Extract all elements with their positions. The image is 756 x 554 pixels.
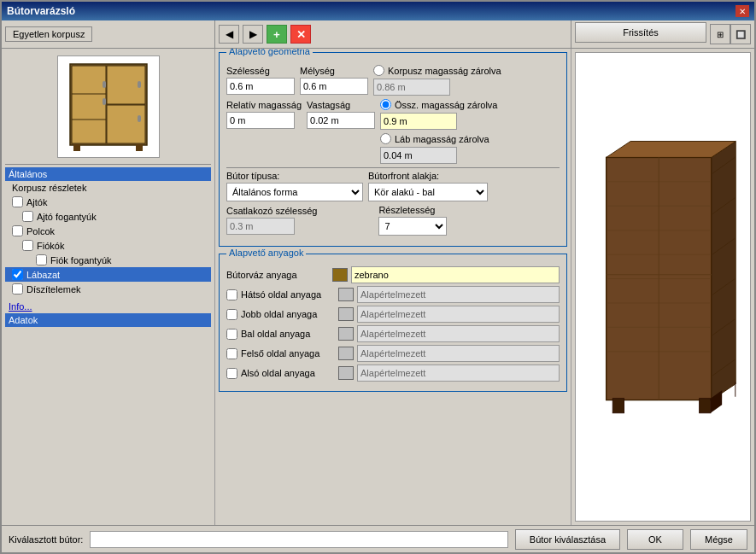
diszitelemek-checkbox[interactable] [12, 283, 23, 294]
geometry-row-5: Csatlakozó szélesség Részletesség 7 [226, 205, 560, 236]
geometry-row-4: Bútor típusa: Általános forma Bútorfront… [226, 171, 560, 201]
hatso-label: Hátsó oldal anyaga [241, 289, 335, 300]
view-icon-button-1[interactable]: ⊞ [710, 24, 730, 44]
fiokok-label: Fiókók [37, 241, 64, 251]
right-panel [571, 49, 754, 525]
svg-rect-7 [103, 81, 106, 88]
csatlakozo-group: Csatlakozó szélesség [226, 206, 317, 235]
adatok-item[interactable]: Adatok [5, 313, 211, 327]
ok-button[interactable]: OK [627, 529, 683, 550]
ossz-mag-input[interactable] [380, 113, 457, 130]
labazat-checkbox[interactable] [12, 269, 23, 280]
cancel-button[interactable]: Mégse [690, 529, 747, 550]
korpusz-mag-radio-item: Korpusz magasság zárolva [373, 65, 501, 76]
geometry-row-2: Relatív magasság Vastagság Össz. magassá… [226, 99, 560, 130]
also-checkbox[interactable] [226, 368, 237, 379]
korpusz-mag-radio[interactable] [373, 65, 384, 76]
hatso-checkbox[interactable] [226, 289, 237, 300]
bal-checkbox[interactable] [226, 329, 237, 340]
selected-furniture-input[interactable] [90, 531, 507, 548]
labazat-item[interactable]: Lábazat [5, 267, 211, 282]
relativ-mag-input[interactable] [226, 112, 295, 129]
fiok-fogantyuk-item[interactable]: Fiók fogantyúk [5, 253, 211, 267]
view-icon-button-2[interactable]: 🔲 [730, 24, 751, 44]
felso-label: Felső oldal anyaga [241, 348, 335, 359]
diszitelemek-item[interactable]: Díszítelemek [5, 282, 211, 296]
svg-rect-1 [72, 66, 106, 143]
select-furniture-button[interactable]: Bútor kiválasztása [515, 529, 620, 550]
close-button[interactable]: ✕ [735, 5, 749, 17]
ajto-fogantyuk-checkbox[interactable] [22, 211, 33, 222]
butor-vaz-label: Bútorváz anyaga [226, 270, 329, 280]
corpus-tab[interactable]: Egyetlen korpusz [5, 26, 92, 42]
jobb-checkbox[interactable] [226, 309, 237, 320]
corpus-tab-area: Egyetlen korpusz [2, 20, 215, 48]
svg-rect-10 [73, 144, 80, 151]
ajto-fogantyuk-label: Ajtó fogantyúk [37, 212, 97, 222]
furniture-preview-image [62, 60, 155, 154]
bal-swatch [338, 327, 354, 341]
felso-checkbox[interactable] [226, 348, 237, 359]
refresh-area: Frissítés ⊞ 🔲 [571, 20, 754, 48]
main-content: Általános Korpusz részletek Ajtók Ajtó f… [2, 49, 754, 525]
nav-back-button[interactable]: ◀ [219, 25, 239, 44]
lab-mag-radio[interactable] [380, 133, 391, 144]
svg-rect-8 [138, 81, 141, 88]
polcok-item[interactable]: Polcok [5, 224, 211, 238]
butor-tipus-label: Bútor típusa: [226, 171, 363, 181]
delete-button[interactable]: ✕ [290, 25, 311, 44]
lab-mag-radio-item: Láb magasság zárolva [380, 133, 489, 144]
center-panel: Alapvető geometria Szélesség Mélység [215, 49, 571, 525]
ossz-mag-radio[interactable] [380, 99, 391, 110]
top-area: Egyetlen korpusz ◀ ▶ + ✕ Frissítés ⊞ 🔲 [2, 20, 754, 49]
reszletesseg-select[interactable]: 7 [378, 217, 447, 236]
ajtok-checkbox[interactable] [12, 196, 23, 207]
butorfront-select[interactable]: Kör alakú - bal [368, 183, 488, 201]
basic-geometry-section: Alapvető geometria Szélesség Mélység [219, 52, 567, 247]
altalanos-section[interactable]: Általános [5, 167, 211, 181]
bottom-bar: Kiválasztott bútor: Bútor kiválasztása O… [2, 525, 754, 552]
fiokok-item[interactable]: Fiókók [5, 238, 211, 253]
svg-marker-13 [712, 141, 735, 399]
info-link[interactable]: Info... [5, 300, 211, 313]
altalanos-label: Általános [9, 169, 47, 179]
hatso-row: Hátsó oldal anyaga [226, 286, 560, 303]
butor-tipus-select[interactable]: Általános forma [226, 183, 363, 201]
basic-geometry-title: Alapvető geometria [226, 49, 313, 56]
ajtok-item[interactable]: Ajtók [5, 195, 211, 209]
melyseg-label: Mélység [300, 66, 368, 76]
add-button[interactable]: + [267, 25, 287, 44]
melyseg-group: Mélység [300, 66, 368, 95]
refresh-button[interactable]: Frissítés [575, 22, 706, 43]
lab-mag-input[interactable] [380, 147, 457, 164]
nav-forward-button[interactable]: ▶ [243, 25, 263, 44]
butor-vaz-input[interactable] [351, 266, 560, 283]
left-panel: Általános Korpusz részletek Ajtók Ajtó f… [2, 49, 215, 525]
basic-materials-section: Alapvető anyagok Bútorváz anyaga Hátsó o… [219, 254, 567, 392]
ossz-radio-group: Össz. magasság zárolva [380, 99, 497, 130]
korpusz-radio-group: Korpusz magasság zárolva [373, 65, 501, 96]
csatlakozo-input[interactable] [226, 218, 295, 235]
korpusz-mag-input[interactable] [373, 79, 450, 96]
furniture-3d-view [575, 52, 751, 522]
csatlakozo-label: Csatlakozó szélesség [226, 206, 317, 216]
fiok-fogantyuk-checkbox[interactable] [36, 254, 47, 265]
korpusz-item[interactable]: Korpusz részletek [5, 181, 211, 195]
vastagság-group: Vastagság [307, 100, 375, 129]
also-swatch [338, 366, 354, 380]
jobb-input [357, 306, 560, 323]
butor-vaz-row: Bútorváz anyaga [226, 266, 560, 283]
also-input [357, 364, 560, 382]
fiokok-checkbox[interactable] [22, 240, 33, 251]
melyseg-input[interactable] [300, 78, 368, 95]
polcok-checkbox[interactable] [12, 225, 23, 236]
butorfront-label: Bútorfront alakja: [368, 171, 488, 181]
bal-row: Bal oldal anyaga [226, 325, 560, 342]
ajto-fogantyuk-item[interactable]: Ajtó fogantyúk [5, 209, 211, 224]
szelesseg-input[interactable] [226, 78, 295, 95]
toolbar-area: ◀ ▶ + ✕ [215, 20, 571, 48]
relativ-mag-label: Relatív magasság [226, 100, 302, 110]
svg-rect-3 [107, 105, 145, 143]
vastagság-input[interactable] [307, 112, 375, 129]
butorfront-group: Bútorfront alakja: Kör alakú - bal [368, 171, 488, 201]
